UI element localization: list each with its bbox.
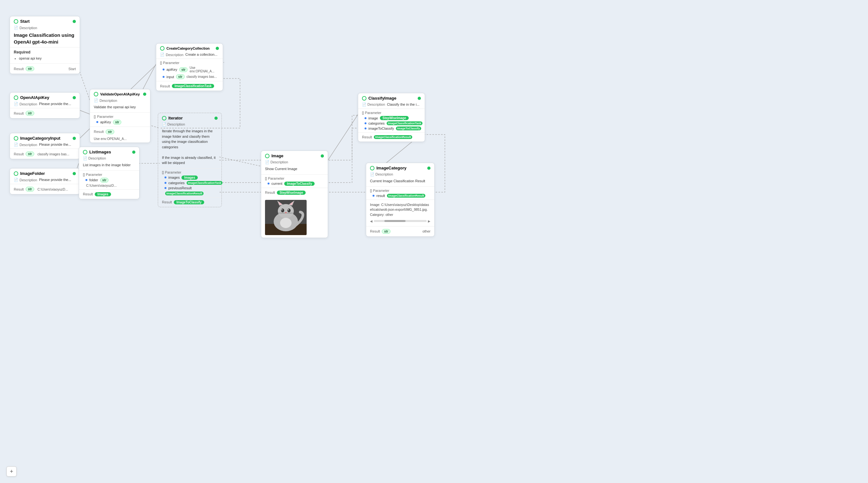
image-folder-icon	[14, 171, 18, 176]
image-category-input-header: ImageCategoryInput	[10, 133, 80, 142]
scroll-right-arrow[interactable]: ▶	[428, 219, 431, 223]
iterator-result: Result ImageToClassify	[158, 199, 221, 207]
list-images-icon	[83, 150, 87, 154]
svg-point-20	[287, 208, 290, 212]
image-category-title: ImageCategory	[376, 166, 406, 170]
svg-point-21	[282, 209, 283, 210]
image-category-text-block: Image: C:\Users\xiaoyuz\Desktop\dataset\…	[366, 201, 434, 219]
start-node-header: Start	[10, 16, 80, 25]
start-title: Start	[20, 19, 30, 24]
image-node-dot	[321, 154, 324, 158]
openai-api-key-desc-section: 📄 Description Please provide the...	[10, 101, 80, 107]
validate-openai-header: ValidateOpenAIApiKey	[90, 89, 150, 98]
validate-openai-desc-text: Validate the openai api key	[90, 103, 150, 111]
create-category-title: CreateCategoryCollection	[166, 47, 210, 50]
start-dot	[73, 20, 76, 23]
connections-svg	[0, 0, 868, 483]
image-category-result: Result str other	[366, 228, 434, 236]
validate-openai-node: ValidateOpenAIApiKey 📄 Description Valid…	[90, 89, 150, 143]
openai-api-key-icon	[14, 95, 18, 100]
svg-point-28	[280, 218, 291, 228]
openai-desc-label: 📄 Description	[14, 102, 37, 106]
image-node-result: Result StepWiseImage	[261, 189, 328, 197]
image-node-header: Image	[261, 151, 328, 160]
openai-desc-value: Please provide the...	[39, 102, 76, 106]
create-category-result: Result ImageClassificationTask	[156, 83, 223, 91]
start-divider1	[10, 47, 80, 48]
iterator-icon	[162, 116, 166, 120]
image-category-dot	[427, 167, 431, 170]
start-result-tag: str	[26, 66, 34, 71]
svg-point-22	[288, 209, 289, 210]
openai-result-row: Result str	[10, 110, 80, 118]
list-images-header: ListImages	[79, 147, 139, 156]
iterator-dot	[214, 117, 218, 120]
svg-point-23	[285, 212, 287, 213]
start-node: Start 📄 Description Image Classification…	[9, 16, 80, 74]
cat-image	[265, 200, 307, 235]
start-icon	[14, 19, 18, 24]
list-images-node: ListImages 📄 Description List images in …	[79, 147, 140, 199]
image-category-result-value: other	[423, 229, 431, 233]
image-category-input-dot	[73, 137, 76, 140]
add-button[interactable]: +	[6, 466, 17, 477]
list-images-result: Result Images	[79, 191, 139, 199]
scrollbar-track[interactable]	[374, 220, 427, 222]
image-category-header: ImageCategory	[366, 163, 434, 172]
image-category-input-desc: 📄 Description Please provide the...	[10, 142, 80, 147]
start-description-section: 📄 Description	[10, 25, 80, 30]
image-folder-header: ImageFolder	[10, 168, 80, 177]
openai-api-key-dot	[73, 96, 76, 99]
start-tag: Start	[68, 67, 76, 71]
openai-api-key-node: OpenAIApiKey 📄 Description Please provid…	[9, 92, 80, 118]
start-required-item: openai api key	[19, 56, 76, 60]
iterator-node: Iterator 📄 Description Iterate through t…	[158, 113, 222, 207]
image-node-title: Image	[271, 153, 284, 158]
image-folder-title: ImageFolder	[20, 171, 45, 176]
openai-api-key-title: OpenAIApiKey	[20, 95, 49, 100]
validate-result-value: Use env:OPENAI_A...	[90, 137, 150, 143]
list-images-title: ListImages	[89, 149, 111, 154]
image-node: Image 📄 Description Show Current Image […	[261, 150, 328, 238]
start-required-label: Required	[10, 49, 80, 56]
image-folder-dot	[73, 172, 76, 175]
iterator-header: Iterator	[158, 113, 221, 122]
openai-divider	[10, 108, 80, 108]
openai-api-key-header: OpenAIApiKey	[10, 92, 80, 101]
image-category-input-title: ImageCategoryInput	[20, 136, 61, 141]
validate-result: Result str	[90, 128, 150, 137]
classify-image-header: ClassifyImage	[358, 93, 425, 102]
scroll-left-arrow[interactable]: ◀	[370, 219, 373, 223]
image-category-input-icon	[14, 136, 18, 141]
image-node-desc: Show Current Image	[261, 165, 328, 173]
image-folder-result: Result str C:\Users\xiaoyuzD...	[10, 186, 80, 194]
image-node-icon	[265, 154, 270, 158]
svg-line-8	[219, 157, 262, 167]
start-result-row: Result str Start	[10, 65, 80, 74]
start-divider2	[10, 63, 80, 64]
validate-param-apikey: apiKey str	[90, 119, 150, 125]
create-category-node: CreateCategoryCollection 📄 Description C…	[156, 43, 223, 91]
list-images-desc-text: List images in the image folder	[79, 161, 139, 169]
cat-image-container	[261, 197, 328, 238]
canvas: Start 📄 Description Image Classification…	[0, 0, 868, 483]
svg-point-19	[281, 208, 284, 212]
image-category-node: ImageCategory 📄 Description Current Imag…	[366, 163, 435, 237]
image-category-input-node: ImageCategoryInput 📄 Description Please …	[9, 133, 80, 159]
iterator-title: Iterator	[168, 116, 183, 120]
image-folder-node: ImageFolder 📄 Description Please provide…	[9, 168, 80, 194]
scrollbar-thumb	[384, 220, 405, 222]
create-category-icon	[160, 46, 164, 51]
openai-result-tag: str	[26, 111, 34, 116]
start-result-label: Result	[14, 67, 24, 71]
validate-openai-dot	[143, 92, 146, 96]
doc-icon: 📄	[14, 26, 18, 30]
start-desc-label: 📄 Description	[14, 26, 37, 30]
image-category-scrollbar[interactable]: ◀ ▶	[366, 219, 434, 225]
classify-image-icon	[362, 96, 367, 101]
start-description-text: Image Classification using OpenAI gpt-4o…	[10, 30, 80, 46]
svg-point-14	[278, 204, 294, 218]
iterator-desc-text: Iterate through the images in the image …	[158, 127, 221, 167]
create-category-header: CreateCategoryCollection	[156, 44, 223, 52]
create-category-dot	[216, 47, 219, 50]
